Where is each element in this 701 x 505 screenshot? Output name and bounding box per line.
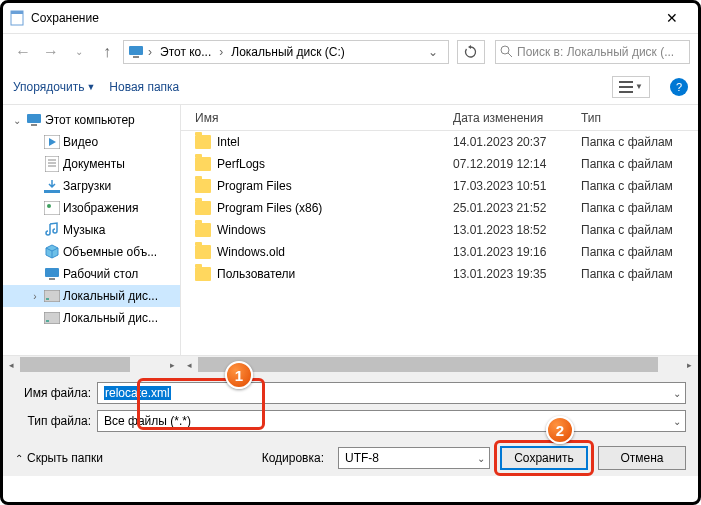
collapse-icon[interactable]: ⌄ bbox=[11, 115, 23, 126]
notepad-icon bbox=[9, 10, 25, 26]
file-date: 13.01.2023 19:16 bbox=[453, 245, 581, 259]
scroll-right-icon[interactable]: ▸ bbox=[164, 356, 181, 373]
file-date: 13.01.2023 19:35 bbox=[453, 267, 581, 281]
up-icon[interactable]: ↑ bbox=[95, 40, 119, 64]
chevron-up-icon: ⌃ bbox=[15, 453, 23, 464]
file-date: 25.01.2023 21:52 bbox=[453, 201, 581, 215]
folder-icon bbox=[195, 245, 211, 259]
col-type[interactable]: Тип bbox=[581, 111, 698, 125]
toolbar: Упорядочить ▼ Новая папка ▼ ? bbox=[3, 69, 698, 105]
file-type: Папка с файлам bbox=[581, 267, 698, 281]
svg-rect-9 bbox=[27, 114, 41, 123]
search-placeholder: Поиск в: Локальный диск (... bbox=[517, 45, 674, 59]
cancel-button[interactable]: Отмена bbox=[598, 446, 686, 470]
file-row[interactable]: Windows13.01.2023 18:52Папка с файлам bbox=[181, 219, 698, 241]
chevron-down-icon[interactable]: ⌄ bbox=[477, 453, 485, 464]
encoding-select[interactable]: UTF-8 ⌄ bbox=[338, 447, 490, 469]
disk-icon bbox=[44, 288, 60, 304]
organize-button[interactable]: Упорядочить ▼ bbox=[13, 80, 95, 94]
tree-item[interactable]: ›Локальный дис... bbox=[3, 285, 180, 307]
file-row[interactable]: Program Files17.03.2023 10:51Папка с фай… bbox=[181, 175, 698, 197]
save-panel: Имя файла: relocate.xml ⌄ Тип файла: Все… bbox=[3, 372, 698, 476]
file-row[interactable]: Windows.old13.01.2023 19:16Папка с файла… bbox=[181, 241, 698, 263]
chevron-down-icon[interactable]: ⌄ bbox=[422, 45, 444, 59]
svg-rect-8 bbox=[619, 91, 633, 93]
download-icon bbox=[44, 178, 60, 194]
doc-icon bbox=[44, 156, 60, 172]
video-icon bbox=[44, 134, 60, 150]
tree-item[interactable]: Загрузки bbox=[3, 175, 180, 197]
col-date[interactable]: Дата изменения bbox=[453, 111, 581, 125]
tree-item[interactable]: Объемные объ... bbox=[3, 241, 180, 263]
chevron-down-icon[interactable]: ⌄ bbox=[673, 416, 681, 427]
file-row[interactable]: Program Files (x86)25.01.2023 21:52Папка… bbox=[181, 197, 698, 219]
files-hscroll[interactable]: ◂ ▸ bbox=[181, 356, 698, 373]
breadcrumb-seg-1[interactable]: Локальный диск (C:) bbox=[227, 45, 349, 59]
tree-item[interactable]: Локальный дис... bbox=[3, 307, 180, 329]
folder-icon bbox=[195, 201, 211, 215]
close-icon[interactable]: ✕ bbox=[652, 10, 692, 26]
filetype-select[interactable]: Все файлы (*.*) ⌄ bbox=[97, 410, 686, 432]
filename-input[interactable]: relocate.xml ⌄ bbox=[97, 382, 686, 404]
col-name[interactable]: Имя bbox=[195, 111, 453, 125]
encoding-label: Кодировка: bbox=[262, 451, 328, 465]
chevron-down-icon: ▼ bbox=[86, 82, 95, 92]
help-icon[interactable]: ? bbox=[670, 78, 688, 96]
file-type: Папка с файлам bbox=[581, 223, 698, 237]
nav-bar: ← → ⌄ ↑ › Этот ко... › Локальный диск (C… bbox=[3, 33, 698, 69]
file-date: 07.12.2019 12:14 bbox=[453, 157, 581, 171]
file-list: Имя Дата изменения Тип Intel14.01.2023 2… bbox=[181, 105, 698, 355]
svg-rect-1 bbox=[11, 11, 23, 14]
image-icon bbox=[44, 200, 60, 216]
file-row[interactable]: Intel14.01.2023 20:37Папка с файлам bbox=[181, 131, 698, 153]
file-name: Program Files (x86) bbox=[217, 201, 322, 215]
chevron-right-icon: › bbox=[148, 45, 152, 59]
tree-root[interactable]: ⌄ Этот компьютер bbox=[3, 109, 180, 131]
svg-rect-2 bbox=[129, 46, 143, 55]
tree-item-label: Изображения bbox=[63, 201, 138, 215]
hide-folders-button[interactable]: ⌃ Скрыть папки bbox=[15, 451, 103, 465]
new-folder-button[interactable]: Новая папка bbox=[109, 80, 179, 94]
file-row[interactable]: Пользователи13.01.2023 19:35Папка с файл… bbox=[181, 263, 698, 285]
breadcrumb-seg-0[interactable]: Этот ко... bbox=[156, 45, 215, 59]
file-row[interactable]: PerfLogs07.12.2019 12:14Папка с файлам bbox=[181, 153, 698, 175]
tree-item[interactable]: Музыка bbox=[3, 219, 180, 241]
search-input[interactable]: Поиск в: Локальный диск (... bbox=[495, 40, 690, 64]
tree-item-label: Документы bbox=[63, 157, 125, 171]
scroll-left-icon[interactable]: ◂ bbox=[3, 356, 20, 373]
save-button[interactable]: Сохранить bbox=[500, 446, 588, 470]
forward-icon[interactable]: → bbox=[39, 40, 63, 64]
file-date: 13.01.2023 18:52 bbox=[453, 223, 581, 237]
tree-item[interactable]: Рабочий стол bbox=[3, 263, 180, 285]
expand-icon[interactable]: › bbox=[29, 291, 41, 302]
window-title: Сохранение bbox=[31, 11, 652, 25]
svg-line-5 bbox=[508, 53, 512, 57]
address-bar[interactable]: › Этот ко... › Локальный диск (C:) ⌄ bbox=[123, 40, 449, 64]
file-header: Имя Дата изменения Тип bbox=[181, 105, 698, 131]
tree-item[interactable]: Изображения bbox=[3, 197, 180, 219]
file-name: Windows bbox=[217, 223, 266, 237]
view-mode-button[interactable]: ▼ bbox=[612, 76, 650, 98]
music-icon bbox=[44, 222, 60, 238]
svg-rect-21 bbox=[49, 278, 55, 280]
chevron-down-icon: ▼ bbox=[635, 82, 643, 91]
svg-rect-20 bbox=[45, 268, 59, 277]
tree-item-label: Локальный дис... bbox=[63, 311, 158, 325]
file-name: PerfLogs bbox=[217, 157, 265, 171]
file-type: Папка с файлам bbox=[581, 135, 698, 149]
tree-item[interactable]: Документы bbox=[3, 153, 180, 175]
svg-rect-24 bbox=[44, 312, 60, 324]
tree-item[interactable]: Видео bbox=[3, 131, 180, 153]
file-name: Intel bbox=[217, 135, 240, 149]
chevron-down-icon[interactable]: ⌄ bbox=[673, 388, 681, 399]
scroll-left-icon[interactable]: ◂ bbox=[181, 356, 198, 373]
recent-dropdown-icon[interactable]: ⌄ bbox=[67, 40, 91, 64]
refresh-button[interactable] bbox=[457, 40, 485, 64]
scroll-right-icon[interactable]: ▸ bbox=[681, 356, 698, 373]
folder-icon bbox=[195, 135, 211, 149]
back-icon[interactable]: ← bbox=[11, 40, 35, 64]
file-date: 14.01.2023 20:37 bbox=[453, 135, 581, 149]
tree-hscroll[interactable]: ◂ ▸ bbox=[3, 356, 181, 373]
tree-item-label: Объемные объ... bbox=[63, 245, 157, 259]
svg-rect-18 bbox=[44, 201, 60, 215]
